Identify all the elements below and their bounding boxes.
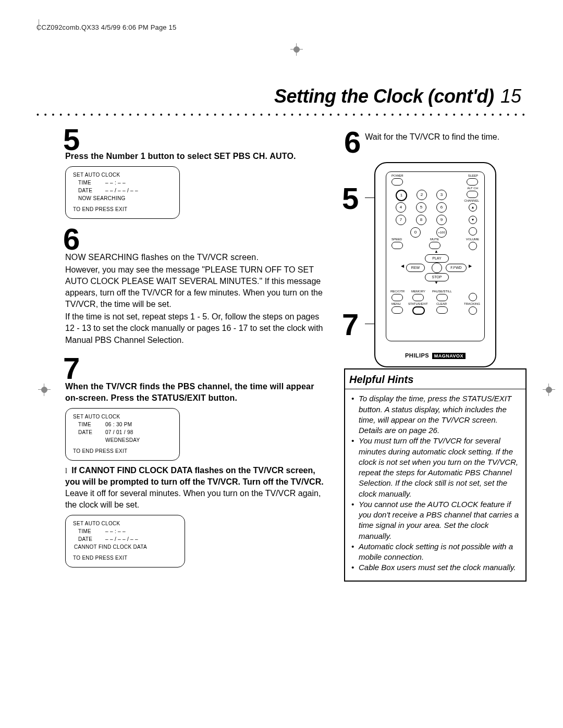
btn-o [469, 227, 477, 236]
btn-num-9: 9 [436, 215, 447, 225]
label-pausestill: PAUSE/STILL [432, 290, 452, 293]
btn-recotr [391, 294, 403, 301]
btn-num-6: 6 [436, 202, 447, 213]
crop-mark-br [36, 36, 42, 42]
crop-mark-left [36, 382, 52, 398]
hint-text: To display the time, press the STATUS/EX… [359, 393, 519, 436]
osd-1-footer: TO END PRESS EXIT [73, 205, 172, 213]
brand-philips: PHILIPS [405, 352, 429, 359]
step-6-body1: However, you may see the message "PLEASE… [65, 264, 328, 310]
crop-mark-top [289, 42, 304, 57]
osd-1-status: NOW SEARCHING [78, 194, 172, 202]
label-mute: MUTE [430, 238, 439, 241]
osd-3-date-label: DATE [78, 535, 105, 543]
step-7-note-rest: Leave it off for several minutes. When y… [65, 489, 321, 509]
osd-2-date-val: 07 / 01 / 98 [105, 428, 133, 436]
hint-text: Automatic clock setting is not possible … [359, 541, 519, 563]
bullet-icon: l [65, 466, 67, 476]
step-7-number: 7 [63, 355, 328, 381]
osd-3-time-label: TIME [78, 527, 105, 535]
step-5-text: Press the Number 1 button to select SET … [65, 151, 328, 162]
hint-item: •You must turn off the TV/VCR for severa… [351, 436, 519, 499]
btn-num-1: 1 [396, 190, 407, 201]
arrow-up-icon: ▲ [434, 249, 438, 254]
hint-item: •To display the time, press the STATUS/E… [351, 393, 519, 436]
osd-2-footer: TO END PRESS EXIT [73, 447, 172, 455]
btn-ch-down: ▼ [469, 216, 477, 224]
label-memory: MEMORY [411, 290, 425, 293]
osd-3-footer: TO END PRESS EXIT [73, 554, 177, 562]
page-title-block: Setting the Clock (cont'd) 15 [36, 85, 527, 107]
step-6-body2: If the time is not set, repeat steps 1 -… [65, 311, 328, 346]
btn-altch [467, 191, 478, 198]
header-imprint: CCZ092comb.QX33 4/5/99 6:06 PM Page 15 [36, 23, 527, 31]
osd-1: SET AUTO CLOCK TIME– – : – – DATE– – / –… [65, 166, 180, 219]
right-step-6-text: Wait for the TV/VCR to find the time. [365, 131, 499, 143]
callout-5: 5 [342, 181, 359, 216]
arrow-left-icon: ◀ [401, 264, 404, 268]
step-6-line1: NOW SEARCHING flashes on the TV/VCR scre… [65, 252, 328, 263]
btn-play: PLAY [425, 254, 449, 263]
hint-text: You must turn off the TV/VCR for several… [359, 436, 519, 499]
osd-2-time-label: TIME [78, 421, 105, 428]
callout-7: 7 [342, 307, 359, 342]
play-grid: ▲ PLAY ◀ REW F.FWD ▶ STOP ▼ [402, 251, 470, 288]
osd-2-title: SET AUTO CLOCK [73, 413, 172, 421]
step-7-note: l If CANNOT FIND CLOCK DATA flashes on t… [65, 465, 328, 511]
btn-sleep [467, 178, 478, 186]
hint-item: •Cable Box users must set the clock manu… [351, 562, 519, 573]
osd-1-date-val: – – / – – / – – [105, 187, 138, 194]
btn-num-7: 7 [396, 215, 406, 225]
btn-ch-up: ▲ [469, 203, 477, 212]
remote-outline: POWER SLEEP ALT CH 1 2 3 4 [374, 162, 496, 367]
step-5-number: 5 [63, 129, 80, 151]
label-altch: ALT CH [467, 187, 478, 190]
label-statusexit: STATUS/EXIT [408, 302, 428, 305]
btn-pausestill [436, 294, 448, 301]
label-recotr: REC/OTR [390, 290, 405, 293]
dotted-rule: • • • • • • • • • • • • • • • • • • • • … [36, 110, 527, 119]
hint-text: You cannot use the AUTO CLOCK feature if… [359, 499, 519, 541]
btn-clear [436, 306, 448, 314]
btn-power [391, 178, 403, 186]
btn-mute [429, 242, 440, 249]
page-title: Setting the Clock (cont'd) [274, 85, 494, 107]
btn-num-2: 2 [417, 190, 427, 200]
page-number: 15 [500, 85, 521, 107]
label-clear: CLEAR [436, 302, 447, 305]
osd-1-date-label: DATE [78, 187, 105, 194]
btn-tracking [469, 306, 477, 315]
right-column: 6 Wait for the TV/VCR to find the time. … [344, 129, 527, 582]
btn-menu [391, 306, 403, 314]
label-tracking: TRACKING [464, 302, 480, 305]
btn-num-8: 8 [416, 215, 426, 225]
osd-3-time-val: – – : – – [105, 527, 126, 535]
arrow-down-icon: ▼ [434, 280, 438, 285]
right-step-6-number: 6 [344, 129, 361, 155]
osd-2: SET AUTO CLOCK TIME06 : 30 PM DATE07 / 0… [65, 408, 180, 461]
label-speed: SPEED [391, 238, 402, 241]
btn-vol [469, 242, 477, 250]
remote-inner: POWER SLEEP ALT CH 1 2 3 4 [386, 171, 485, 341]
btn-num-4: 4 [396, 202, 406, 213]
osd-2-time-val: 06 : 30 PM [105, 421, 132, 428]
btn-statusexit [412, 306, 425, 315]
btn-rew: REW [406, 264, 425, 272]
btn-ffwd: F.FWD [446, 264, 467, 272]
arrow-right-icon: ▶ [469, 264, 472, 268]
crop-mark-right [541, 382, 557, 398]
label-power: POWER [391, 174, 403, 177]
osd-3-date-val: – – / – – / – – [105, 535, 138, 543]
helpful-hints-box: Helpful Hints •To display the time, pres… [344, 368, 527, 581]
hint-text: Cable Box users must set the clock manua… [359, 562, 516, 573]
hint-item: •You cannot use the AUTO CLOCK feature i… [351, 499, 519, 541]
osd-1-time-label: TIME [78, 179, 105, 187]
step-7-text: When the TV/VCR finds the PBS channel, t… [65, 381, 328, 404]
remote-brand: PHILIPS MAGNAVOX [375, 352, 495, 359]
left-column: 5 Press the Number 1 button to select SE… [65, 129, 328, 582]
osd-2-date-label: DATE [78, 428, 105, 436]
label-channel: CHANNEL [464, 199, 479, 202]
step-6-number: 6 [63, 226, 328, 252]
osd-3: SET AUTO CLOCK TIME– – : – – DATE– – / –… [65, 515, 185, 567]
osd-2-day: WEDNESDAY [105, 436, 140, 444]
